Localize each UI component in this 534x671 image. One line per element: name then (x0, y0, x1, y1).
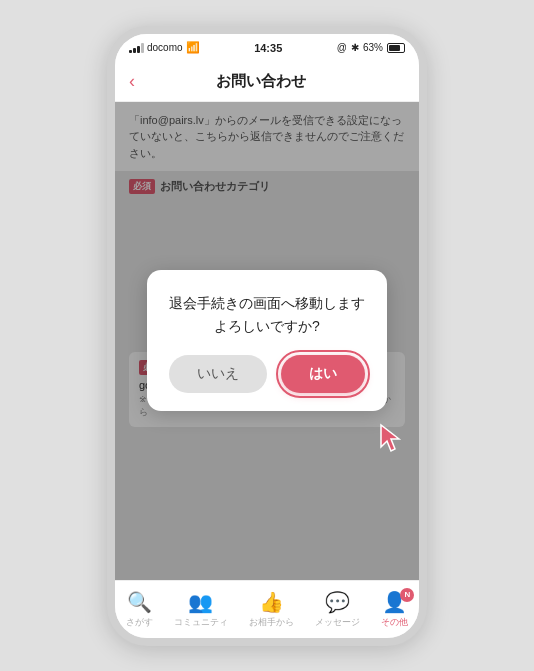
bluetooth-icon: ✱ (351, 42, 359, 53)
nav-item-likes[interactable]: 👍 お相手から (249, 590, 294, 629)
battery-percent: 63% (363, 42, 383, 53)
nav-label-community: コミュニティ (174, 616, 228, 629)
main-content: 「info@pairs.lv」からのメールを受信できる設定になっていないと、こち… (115, 102, 419, 580)
modal-message: 退会手続きの画面へ移動しますよろしいですか? (169, 292, 365, 337)
modal-buttons: いいえ はい (169, 355, 365, 393)
status-time: 14:35 (254, 42, 282, 54)
page-title: お問い合わせ (145, 72, 377, 91)
nav-item-messages[interactable]: 💬 メッセージ (315, 590, 360, 629)
status-right: @ ✱ 63% (337, 42, 405, 53)
status-bar: docomo 📶 14:35 @ ✱ 63% (115, 34, 419, 62)
nav-item-search[interactable]: 🔍 さがす (126, 590, 153, 629)
cancel-button[interactable]: いいえ (169, 355, 267, 393)
location-icon: @ (337, 42, 347, 53)
navigation-bar: ‹ お問い合わせ (115, 62, 419, 102)
signal-bars-icon (129, 43, 144, 53)
modal-dialog: 退会手続きの画面へ移動しますよろしいですか? いいえ はい (147, 270, 387, 411)
nav-label-messages: メッセージ (315, 616, 360, 629)
nav-badge-other: N (400, 588, 414, 602)
nav-label-other: その他 (381, 616, 408, 629)
wifi-icon: 📶 (186, 41, 200, 54)
bottom-nav: 🔍 さがす 👥 コミュニティ 👍 お相手から 💬 メッセージ 👤 その他 N (115, 580, 419, 638)
nav-label-likes: お相手から (249, 616, 294, 629)
likes-icon: 👍 (259, 590, 284, 614)
messages-icon: 💬 (325, 590, 350, 614)
nav-item-community[interactable]: 👥 コミュニティ (174, 590, 228, 629)
modal-overlay: 退会手続きの画面へ移動しますよろしいですか? いいえ はい (115, 102, 419, 580)
back-button[interactable]: ‹ (129, 71, 135, 92)
confirm-button-wrapper: はい (281, 355, 365, 393)
carrier-label: docomo (147, 42, 183, 53)
svg-marker-0 (381, 425, 399, 451)
nav-label-search: さがす (126, 616, 153, 629)
search-icon: 🔍 (127, 590, 152, 614)
community-icon: 👥 (188, 590, 213, 614)
confirm-button[interactable]: はい (281, 355, 365, 393)
status-left: docomo 📶 (129, 41, 200, 54)
battery-icon (387, 43, 405, 53)
nav-item-other[interactable]: 👤 その他 N (381, 590, 408, 629)
phone-shell: docomo 📶 14:35 @ ✱ 63% ‹ お問い合わせ 「info@pa… (107, 26, 427, 646)
